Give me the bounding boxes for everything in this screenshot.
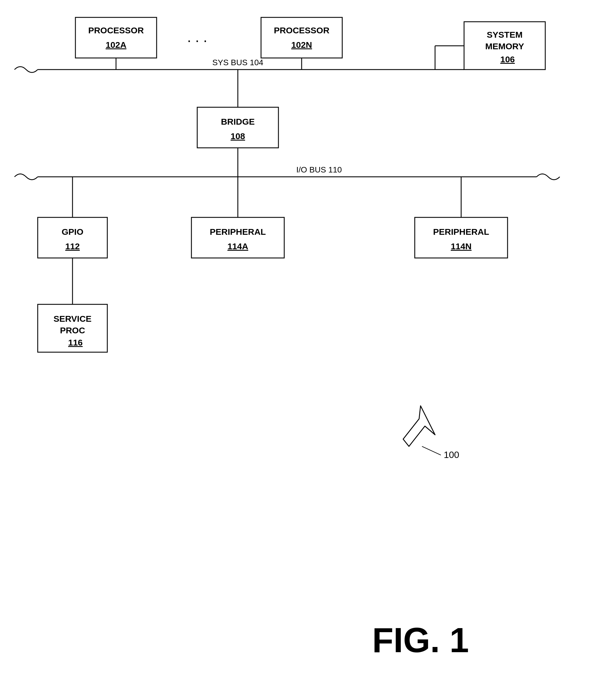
svg-text:BRIDGE: BRIDGE <box>221 117 255 126</box>
svg-rect-32 <box>415 217 507 258</box>
svg-rect-4 <box>261 17 342 58</box>
svg-text:114N: 114N <box>451 241 471 251</box>
svg-rect-24 <box>38 217 107 258</box>
svg-marker-41 <box>403 406 435 446</box>
svg-text:102N: 102N <box>291 40 312 50</box>
diagram-svg: PROCESSOR 102A . . . PROCESSOR 102N SYST… <box>0 0 614 700</box>
svg-rect-18 <box>197 107 279 148</box>
svg-text:GPIO: GPIO <box>61 227 83 237</box>
svg-text:100: 100 <box>444 450 459 460</box>
svg-text:114A: 114A <box>228 241 248 251</box>
svg-text:I/O BUS 110: I/O BUS 110 <box>296 165 342 174</box>
svg-text:MEMORY: MEMORY <box>485 41 524 51</box>
svg-text:PROCESSOR: PROCESSOR <box>274 25 330 35</box>
svg-text:116: 116 <box>68 338 83 347</box>
svg-text:PROCESSOR: PROCESSOR <box>88 25 144 35</box>
svg-rect-0 <box>75 17 157 58</box>
svg-text:102A: 102A <box>106 40 126 50</box>
svg-text:106: 106 <box>500 54 515 64</box>
svg-text:SYS BUS 104: SYS BUS 104 <box>212 58 263 67</box>
svg-text:PERIPHERAL: PERIPHERAL <box>210 227 266 237</box>
diagram-container: PROCESSOR 102A . . . PROCESSOR 102N SYST… <box>0 0 614 700</box>
svg-text:. . .: . . . <box>187 29 207 45</box>
svg-rect-28 <box>192 217 284 258</box>
svg-text:SERVICE: SERVICE <box>53 314 91 324</box>
svg-text:PROC: PROC <box>60 325 85 335</box>
svg-text:PERIPHERAL: PERIPHERAL <box>433 227 489 237</box>
svg-text:FIG. 1: FIG. 1 <box>372 621 469 660</box>
svg-line-42 <box>422 446 441 455</box>
svg-text:112: 112 <box>65 241 80 251</box>
svg-text:SYSTEM: SYSTEM <box>487 30 523 39</box>
svg-text:108: 108 <box>231 131 245 141</box>
